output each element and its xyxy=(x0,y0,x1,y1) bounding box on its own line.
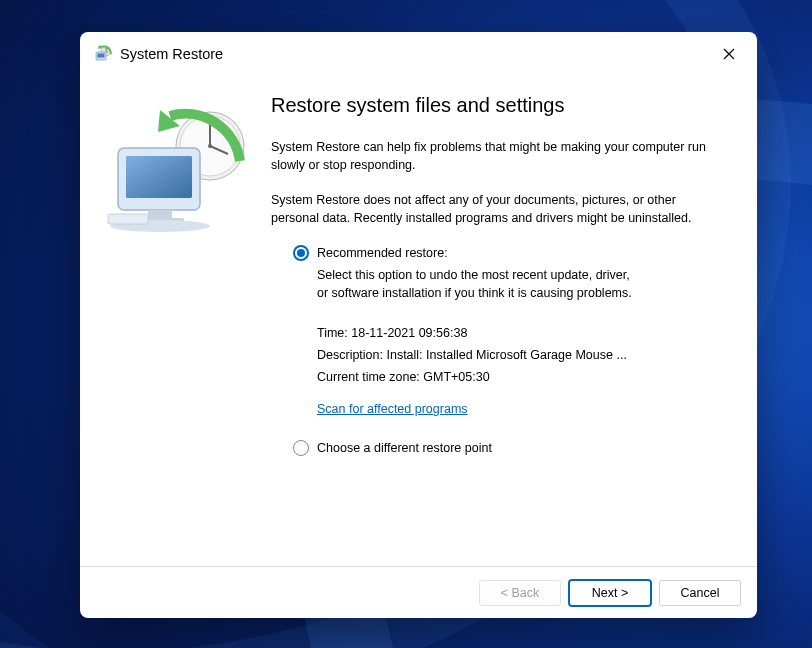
recommended-label: Recommended restore: xyxy=(317,246,448,260)
main-panel: Restore system files and settings System… xyxy=(271,78,757,566)
recommended-description: Select this option to undo the most rece… xyxy=(293,267,633,302)
intro-text: System Restore can help fix problems tha… xyxy=(271,139,725,174)
svg-rect-3 xyxy=(98,54,105,58)
svg-point-8 xyxy=(208,144,212,148)
system-restore-icon xyxy=(94,45,112,63)
restore-timezone: Current time zone: GMT+05:30 xyxy=(293,370,725,384)
choose-different-label: Choose a different restore point xyxy=(317,441,492,455)
content: Restore system files and settings System… xyxy=(80,74,757,566)
restore-description: Description: Install: Installed Microsof… xyxy=(293,348,725,362)
window-title: System Restore xyxy=(120,46,707,62)
radio-indicator-icon xyxy=(293,245,309,261)
svg-rect-12 xyxy=(126,156,192,198)
recommended-restore-radio[interactable]: Recommended restore: xyxy=(293,245,725,261)
restore-illustration xyxy=(96,78,271,566)
svg-rect-13 xyxy=(148,210,172,218)
radio-indicator-icon xyxy=(293,440,309,456)
system-restore-dialog: System Restore xyxy=(80,32,757,618)
cancel-button[interactable]: Cancel xyxy=(659,580,741,606)
next-button[interactable]: Next > xyxy=(569,580,651,606)
button-footer: < Back Next > Cancel xyxy=(80,566,757,618)
back-button: < Back xyxy=(479,580,561,606)
restore-time: Time: 18-11-2021 09:56:38 xyxy=(293,326,725,340)
options-group: Recommended restore: Select this option … xyxy=(271,245,725,456)
page-heading: Restore system files and settings xyxy=(271,94,725,117)
note-text: System Restore does not affect any of yo… xyxy=(271,192,725,227)
close-button[interactable] xyxy=(715,40,743,68)
choose-different-radio[interactable]: Choose a different restore point xyxy=(293,440,725,456)
titlebar: System Restore xyxy=(80,32,757,74)
svg-rect-16 xyxy=(108,214,148,224)
scan-affected-link[interactable]: Scan for affected programs xyxy=(317,402,468,416)
